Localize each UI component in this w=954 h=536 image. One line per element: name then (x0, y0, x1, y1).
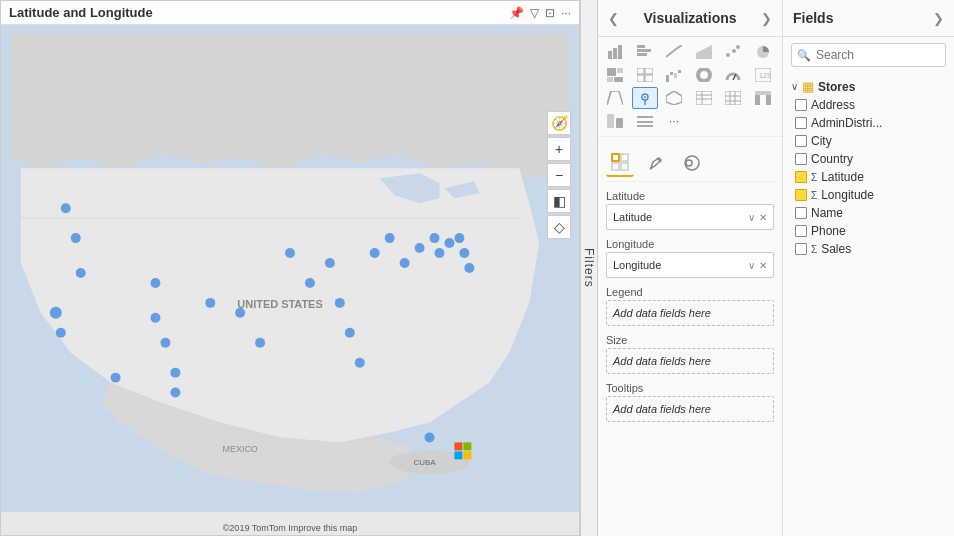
build-tab[interactable] (606, 149, 634, 177)
svg-point-26 (305, 278, 315, 288)
field-address-checkbox[interactable] (795, 99, 807, 111)
viz-icon-matrix2[interactable] (720, 87, 746, 109)
filter-icon[interactable]: ▽ (530, 6, 539, 20)
viz-icon-scatter[interactable] (720, 41, 746, 63)
viz-icon-gauge[interactable] (720, 64, 746, 86)
field-name[interactable]: Name (791, 204, 946, 222)
filters-tab[interactable]: Filters (580, 0, 598, 536)
field-address[interactable]: Address (791, 96, 946, 114)
viz-icon-treemap[interactable] (602, 64, 628, 86)
viz-icon-slicer[interactable] (632, 110, 658, 132)
map-controls: 🧭 + − ◧ ◇ (547, 111, 571, 239)
viz-icon-map-filled[interactable] (632, 87, 658, 109)
svg-rect-58 (637, 68, 644, 74)
svg-rect-60 (637, 75, 644, 82)
stores-table-icon: ▦ (802, 79, 814, 94)
field-latitude-checkbox[interactable] (795, 171, 807, 183)
map-mode-button[interactable]: ◧ (547, 189, 571, 213)
svg-point-73 (644, 96, 646, 98)
viz-icon-pie[interactable] (750, 41, 776, 63)
zoom-out-button[interactable]: − (547, 163, 571, 187)
longitude-section: Longitude Longitude ∨ ✕ (606, 238, 774, 278)
map-compass[interactable]: 🧭 (547, 111, 571, 135)
viz-icon-stacked-bar[interactable] (602, 41, 628, 63)
pin-icon[interactable]: 📌 (509, 6, 524, 20)
viz-icon-custom[interactable] (750, 87, 776, 109)
field-name-checkbox[interactable] (795, 207, 807, 219)
focus-icon[interactable]: ⊡ (545, 6, 555, 20)
svg-point-29 (345, 328, 355, 338)
map-panel: Latitude and Longitude 📌 ▽ ⊡ ··· CUBA UN… (0, 0, 580, 536)
svg-point-12 (71, 233, 81, 243)
fields-chevron-right[interactable]: ❯ (933, 11, 944, 26)
field-longitude-checkbox[interactable] (795, 189, 807, 201)
viz-icon-donut[interactable] (691, 64, 717, 86)
legend-drop[interactable]: Add data fields here (606, 300, 774, 326)
svg-rect-64 (674, 73, 677, 78)
svg-rect-88 (616, 118, 623, 128)
tooltips-placeholder: Add data fields here (613, 403, 711, 415)
viz-icon-card[interactable]: 123 (750, 64, 776, 86)
longitude-remove-icon[interactable]: ✕ (759, 260, 767, 271)
field-admindistrict[interactable]: AdminDistri... (791, 114, 946, 132)
fields-tree: ∨ ▦ Stores Address AdminDistri... City (783, 73, 954, 536)
zoom-in-button[interactable]: + (547, 137, 571, 161)
viz-icon-table[interactable] (691, 87, 717, 109)
field-country[interactable]: Country (791, 150, 946, 168)
field-country-checkbox[interactable] (795, 153, 807, 165)
longitude-drop[interactable]: Longitude ∨ ✕ (606, 252, 774, 278)
latitude-remove-icon[interactable]: ✕ (759, 212, 767, 223)
viz-header: ❮ Visualizations ❯ (598, 0, 782, 37)
search-input[interactable] (791, 43, 946, 67)
viz-chevron-left[interactable]: ❮ (608, 11, 619, 26)
viz-format-icons (606, 145, 774, 182)
latitude-drop[interactable]: Latitude ∨ ✕ (606, 204, 774, 230)
viz-icon-kpi[interactable] (602, 110, 628, 132)
svg-rect-62 (666, 75, 669, 82)
field-city-checkbox[interactable] (795, 135, 807, 147)
field-sales[interactable]: Σ Sales (791, 240, 946, 258)
svg-rect-86 (755, 91, 771, 95)
field-address-label: Address (811, 98, 855, 112)
viz-icon-ribbon[interactable] (602, 87, 628, 109)
viz-bottom: Latitude Latitude ∨ ✕ Longitude Longitud… (598, 137, 782, 536)
stores-label: Stores (818, 80, 855, 94)
viz-icon-more[interactable]: ··· (661, 110, 687, 132)
map-copyright: ©2019 TomTom Improve this map (223, 523, 358, 533)
svg-point-20 (170, 368, 180, 378)
field-longitude[interactable]: Σ Longitude (791, 186, 946, 204)
format-tab[interactable] (642, 149, 670, 177)
svg-text:UNITED STATES: UNITED STATES (237, 298, 322, 310)
size-drop[interactable]: Add data fields here (606, 348, 774, 374)
viz-icon-shapemap[interactable] (661, 87, 687, 109)
stores-group-header[interactable]: ∨ ▦ Stores (791, 77, 946, 96)
field-phone[interactable]: Phone (791, 222, 946, 240)
field-latitude[interactable]: Σ Latitude (791, 168, 946, 186)
field-latitude-label: Latitude (821, 170, 864, 184)
more-icon[interactable]: ··· (561, 6, 571, 20)
field-admindistrict-label: AdminDistri... (811, 116, 882, 130)
viz-icon-waterfall[interactable] (661, 64, 687, 86)
fields-panel: Fields ❯ 🔍 ∨ ▦ Stores Address AdminDistr… (783, 0, 954, 536)
latitude-expand-icon[interactable]: ∨ (748, 212, 755, 223)
field-city[interactable]: City (791, 132, 946, 150)
svg-rect-10 (463, 451, 471, 459)
viz-icon-area[interactable] (691, 41, 717, 63)
svg-rect-55 (617, 68, 623, 73)
viz-icon-matrix[interactable] (632, 64, 658, 86)
field-phone-checkbox[interactable] (795, 225, 807, 237)
svg-point-24 (255, 338, 265, 348)
svg-rect-63 (670, 72, 673, 75)
viz-icon-bar[interactable] (632, 41, 658, 63)
analytics-tab[interactable] (678, 149, 706, 177)
longitude-value: Longitude (613, 259, 661, 271)
size-placeholder: Add data fields here (613, 355, 711, 367)
map-locate-button[interactable]: ◇ (547, 215, 571, 239)
svg-point-99 (686, 160, 692, 166)
viz-chevron-right[interactable]: ❯ (761, 11, 772, 26)
longitude-expand-icon[interactable]: ∨ (748, 260, 755, 271)
tooltips-drop[interactable]: Add data fields here (606, 396, 774, 422)
viz-icon-line[interactable] (661, 41, 687, 63)
field-sales-checkbox[interactable] (795, 243, 807, 255)
field-admindistrict-checkbox[interactable] (795, 117, 807, 129)
